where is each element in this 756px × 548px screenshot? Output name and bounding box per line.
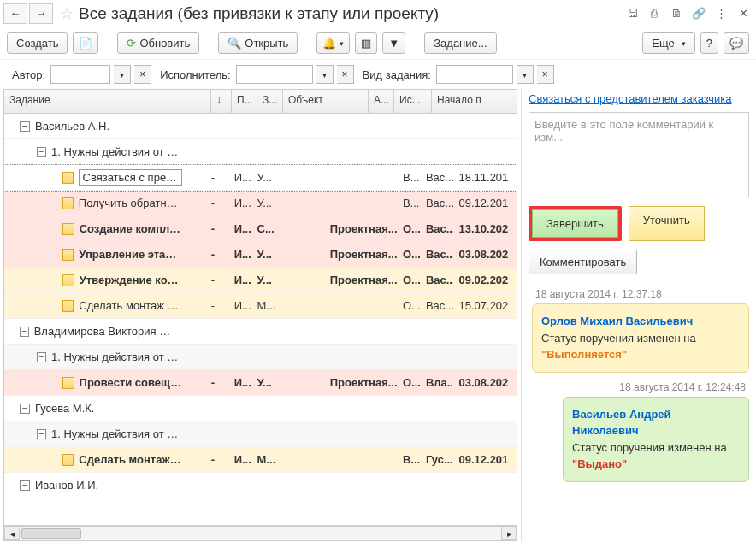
cell: - (206, 376, 229, 389)
cell: О... (398, 376, 421, 389)
nav-back-button[interactable]: ← (3, 3, 27, 24)
magnify-icon: 🔍 (227, 37, 241, 50)
comment-input[interactable]: Введите в это поле комментарий к изм... (529, 112, 749, 197)
favorite-icon[interactable]: ☆ (60, 4, 74, 23)
table-row[interactable]: Управление этапо...-И...У...Проектная...… (4, 242, 517, 268)
table-row[interactable]: Утверждение ком...-И...У...Проектная...О… (4, 268, 517, 293)
tree-toggle-icon[interactable]: − (37, 147, 46, 157)
cell: О... (398, 299, 421, 312)
cell: Вас... (421, 222, 454, 235)
col-a[interactable]: А... (369, 90, 394, 113)
col-z[interactable]: З... (257, 90, 283, 113)
refresh-button[interactable]: ⟳Обновить (117, 32, 199, 54)
cell: И... (229, 222, 252, 235)
col-task[interactable]: Задание (4, 90, 211, 113)
table-row[interactable]: Создание компле...-И...С...Проектная...О… (4, 216, 517, 242)
scroll-right-icon[interactable]: ▸ (501, 527, 517, 540)
executor-dropdown[interactable]: ▾ (316, 65, 334, 84)
document-icon (62, 172, 74, 184)
more-button[interactable]: Еще▾ (642, 32, 694, 54)
table-row[interactable]: Связаться с предст...-И...У...В...Вас...… (4, 165, 517, 191)
cell: 18.11.201 (453, 171, 517, 184)
cell: У... (252, 376, 325, 389)
cell: Проектная... (325, 248, 398, 261)
table-row[interactable]: −1. Нужны действия от меня (4, 139, 517, 165)
cell: И... (229, 248, 252, 261)
task-name: 1. Нужны действия от меня (51, 145, 179, 158)
task-name: Сделать монтаж с... (79, 453, 181, 466)
author-label: Автор: (12, 68, 45, 81)
table-row[interactable]: −1. Нужны действия от меня (4, 345, 517, 370)
cell: Проектная... (325, 274, 398, 286)
create-button[interactable]: Создать (7, 32, 68, 54)
preview-icon[interactable]: 🗎 (667, 4, 686, 23)
h-scrollbar[interactable]: ◂ ▸ (3, 526, 517, 541)
type-clear[interactable]: × (537, 65, 554, 84)
col-date[interactable]: Начало п (432, 90, 505, 113)
task-button[interactable]: Задание... (424, 32, 496, 54)
history-user-link[interactable]: Васильев Андрей Николаевич (572, 406, 740, 439)
tree-toggle-icon[interactable]: − (20, 480, 30, 491)
task-name: Связаться с предст... (79, 169, 182, 186)
task-name: Владимирова Виктория Алекс... (34, 325, 178, 338)
bell-button[interactable]: 🔔▾ (316, 32, 350, 54)
scroll-left-icon[interactable]: ◂ (4, 527, 20, 540)
discuss-button[interactable]: 💬 (724, 32, 749, 54)
author-dropdown[interactable]: ▾ (114, 65, 131, 84)
history-user-link[interactable]: Орлов Михаил Васильевич (541, 313, 740, 330)
nav-fwd-button[interactable]: → (29, 3, 53, 24)
table-row[interactable]: −Иванов И.И. (4, 473, 517, 494)
cell: У... (252, 197, 325, 209)
table-row[interactable]: Получить обратную ...-И...У...В...Вас...… (4, 191, 517, 216)
close-icon[interactable]: ✕ (734, 4, 753, 23)
author-clear[interactable]: × (134, 65, 151, 84)
executor-clear[interactable]: × (337, 65, 354, 84)
table-row[interactable]: Провести совеща...-И...У...Проектная...О… (4, 370, 517, 396)
col-obj[interactable]: Объект (283, 90, 369, 113)
cell: - (206, 453, 229, 466)
tree-toggle-icon[interactable]: − (20, 327, 29, 337)
create-copy-button[interactable]: 📄 (73, 32, 98, 54)
complete-button[interactable]: Завершить (532, 209, 618, 238)
type-input[interactable] (436, 65, 513, 84)
tree-toggle-icon[interactable]: − (20, 121, 30, 132)
table-row[interactable]: −Гусева М.К. (4, 396, 517, 421)
executor-input[interactable] (236, 65, 313, 84)
tree-toggle-icon[interactable]: − (37, 429, 46, 439)
author-input[interactable] (50, 65, 110, 84)
col-sort[interactable]: ↓ (211, 90, 232, 113)
table-row[interactable]: Сделать монтаж с...-И...М...В...Гус...09… (4, 447, 517, 473)
save-icon[interactable]: 🖫 (623, 4, 641, 23)
col-isp[interactable]: Ис... (394, 90, 432, 113)
cell: 03.08.202 (453, 376, 517, 389)
more-icon[interactable]: ⋮ (712, 4, 730, 23)
open-button[interactable]: 🔍Открыть (218, 32, 298, 54)
tree-toggle-icon[interactable]: − (37, 352, 46, 362)
table-row[interactable]: −Васильев А.Н. (4, 114, 517, 139)
filter2-button[interactable]: ▼ (382, 32, 405, 54)
cell: В... (398, 453, 421, 466)
print-icon[interactable]: ⎙ (645, 4, 664, 23)
table-row[interactable]: −1. Нужны действия от меня (4, 421, 517, 447)
cell: - (206, 299, 229, 312)
comment-button[interactable]: Комментировать (529, 250, 637, 274)
cell: У... (252, 274, 325, 286)
task-name: 1. Нужны действия от меня (51, 351, 179, 363)
cell: - (206, 171, 229, 184)
filter1-button[interactable]: ▥ (355, 32, 377, 54)
table-header: Задание ↓ П... З... Объект А... Ис... На… (4, 90, 517, 114)
cell: - (206, 248, 229, 261)
document-icon (62, 377, 74, 389)
task-link[interactable]: Связаться с представителем заказчика (529, 92, 749, 105)
table-row[interactable]: Сделать монтаж си...-И...М...О...Вас...1… (4, 293, 517, 319)
table-row[interactable]: −Владимирова Виктория Алекс... (4, 319, 517, 345)
type-dropdown[interactable]: ▾ (517, 65, 534, 84)
col-p[interactable]: П... (232, 90, 257, 113)
help-button[interactable]: ? (700, 32, 718, 54)
clarify-button[interactable]: Уточнить (629, 206, 705, 241)
scroll-thumb[interactable] (21, 528, 81, 539)
tree-toggle-icon[interactable]: − (20, 404, 30, 414)
task-table: Задание ↓ П... З... Объект А... Ис... На… (3, 89, 517, 526)
link-icon[interactable]: 🔗 (689, 4, 708, 23)
cell: 09.12.201 (453, 197, 517, 209)
